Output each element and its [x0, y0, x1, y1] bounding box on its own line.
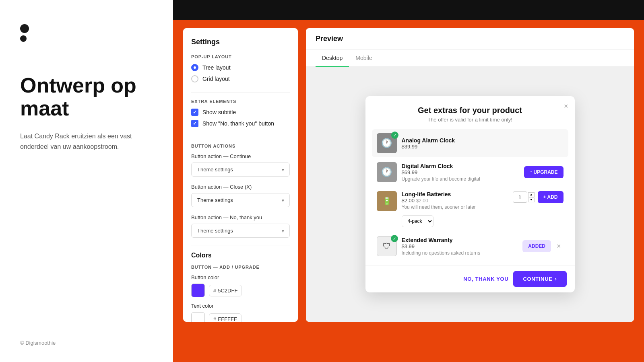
product-price-digital: $69.99	[402, 169, 520, 175]
product-item-digital: 🕐 Digital Alarm Clock $69.99 Upgrade you…	[372, 158, 568, 186]
hero-description: Laat Candy Rack eruitzien als een vast o…	[20, 131, 153, 152]
qty-down-button[interactable]: ▼	[528, 197, 535, 202]
button-color-label: Button color	[191, 274, 290, 280]
checkbox-subtitle-box[interactable]	[191, 109, 198, 116]
product-item-warranty: 🛡 ✓ Extended Warranty $3.99 Including no…	[372, 232, 568, 260]
button-no-select[interactable]: Theme settings	[191, 224, 290, 238]
qty-group: 1 ▲ ▼	[513, 191, 535, 203]
close-icon[interactable]: ×	[564, 103, 568, 110]
button-close-select[interactable]: Theme settings	[191, 193, 290, 207]
product-check-warranty: ✓	[391, 235, 398, 242]
preview-tabs: Desktop Mobile	[306, 50, 634, 67]
divider-2	[191, 137, 290, 137]
checkbox-subtitle-label: Show subtitle	[202, 109, 236, 115]
content-area: Settings POP-UP LAYOUT Tree layout Grid …	[173, 20, 644, 362]
text-color-swatch[interactable]	[191, 312, 205, 322]
tab-mobile[interactable]: Mobile	[349, 50, 378, 67]
product-name-batteries: Long-life Batteries	[402, 191, 508, 197]
button-no-label: Button action — No, thank you	[191, 214, 290, 220]
text-color-hash-symbol: #	[213, 316, 216, 322]
add-button[interactable]: + ADD	[538, 191, 564, 203]
checkbox-no-thanks-box[interactable]	[191, 120, 198, 127]
extra-elements-label: EXTRA ELEMENTS	[191, 99, 290, 104]
product-img-analog: 🕐 ✓	[377, 133, 397, 153]
popup-products: 🕐 ✓ Analog Alarm Clock $39.99 🕐	[365, 129, 575, 260]
product-batteries-row: 🔋 Long-life Batteries $2.00 $2.00 You wi…	[377, 191, 564, 211]
product-name-analog: Analog Alarm Clock	[402, 137, 564, 144]
radio-grid-layout[interactable]: Grid layout	[191, 75, 290, 82]
added-button[interactable]: ADDED	[522, 240, 551, 252]
button-close-label: Button action — Close (X)	[191, 184, 290, 190]
button-actions-label: BUTTON ACTIONS	[191, 144, 290, 148]
colors-title: Colors	[191, 252, 290, 259]
right-panel: Settings POP-UP LAYOUT Tree layout Grid …	[173, 0, 644, 362]
text-color-hex: FFFFFF	[218, 316, 237, 322]
product-img-batteries: 🔋	[377, 191, 397, 211]
button-continue-label: Button action — Continue	[191, 153, 290, 159]
preview-content: Get extras for your product The offer is…	[306, 67, 634, 322]
popup-title: Get extras for your product	[375, 106, 565, 115]
product-actions-warranty: ADDED ×	[522, 240, 563, 252]
remove-icon[interactable]: ×	[554, 241, 564, 251]
product-item-batteries: 🔋 Long-life Batteries $2.00 $2.00 You wi…	[372, 187, 568, 231]
popup-subtitle: The offer is valid for a limit time only…	[375, 117, 565, 123]
layout-radio-group: Tree layout Grid layout	[191, 64, 290, 82]
text-color-label: Text color	[191, 303, 290, 309]
product-info-batteries: Long-life Batteries $2.00 $2.00 You will…	[402, 191, 508, 210]
product-item-analog: 🕐 ✓ Analog Alarm Clock $39.99	[372, 129, 568, 157]
product-info-analog: Analog Alarm Clock $39.99	[402, 137, 564, 150]
no-thanks-button[interactable]: NO, THANK YOU	[463, 276, 508, 282]
button-color-row: # 5C2DFF	[191, 284, 290, 297]
product-desc-warranty: Including no questions asked returns	[402, 250, 518, 256]
preview-header: Preview	[306, 28, 634, 50]
popup-header: Get extras for your product The offer is…	[365, 96, 575, 129]
button-close-select-wrapper: Theme settings ▼	[191, 193, 290, 207]
button-color-hex: 5C2DFF	[218, 288, 237, 294]
radio-tree-layout[interactable]: Tree layout	[191, 64, 290, 71]
product-img-digital: 🕐	[377, 162, 397, 182]
checkbox-no-thanks-label: Show "No, thank you" button	[202, 120, 274, 127]
qty-display: 1	[513, 191, 527, 203]
product-price-warranty: $3.99	[402, 243, 518, 249]
popup-modal: Get extras for your product The offer is…	[365, 96, 575, 292]
qty-up-button[interactable]: ▲	[528, 192, 535, 197]
continue-button[interactable]: CONTINUE ›	[513, 271, 566, 287]
product-desc-digital: Upgrade your life and become digital	[402, 176, 520, 182]
button-no-select-wrapper: Theme settings ▼	[191, 224, 290, 238]
variant-select-wrapper: 4-pack	[377, 213, 564, 227]
product-info-digital: Digital Alarm Clock $69.99 Upgrade your …	[402, 163, 520, 182]
button-color-input[interactable]: # 5C2DFF	[209, 285, 242, 296]
preview-panel: Preview Desktop Mobile Get extras for yo…	[306, 28, 634, 322]
settings-panel: Settings POP-UP LAYOUT Tree layout Grid …	[183, 28, 298, 322]
top-bar	[173, 0, 644, 20]
hero-title: Ontwerp op maat	[20, 74, 153, 120]
variant-select[interactable]: 4-pack	[402, 215, 433, 227]
button-add-upgrade-label: BUTTON — ADD / UPGRADE	[191, 265, 290, 269]
extra-elements-group: Show subtitle Show "No, thank you" butto…	[191, 109, 290, 127]
product-info-warranty: Extended Warranty $3.99 Including no que…	[402, 237, 518, 256]
text-color-row: # FFFFFF	[191, 312, 290, 322]
product-price-analog: $39.99	[402, 144, 564, 150]
logo	[20, 24, 153, 42]
button-continue-select[interactable]: Theme settings	[191, 162, 290, 177]
text-color-input[interactable]: # FFFFFF	[209, 313, 242, 322]
product-actions-batteries: 1 ▲ ▼ + ADD	[513, 191, 564, 203]
popup-layout-label: POP-UP LAYOUT	[191, 54, 290, 59]
copyright: © Digismoothie	[20, 340, 56, 346]
logo-dot-large	[20, 24, 29, 33]
radio-tree-circle[interactable]	[191, 64, 198, 71]
button-color-swatch[interactable]	[191, 284, 205, 297]
upgrade-button[interactable]: ↑ UPGRADE	[524, 166, 563, 178]
radio-grid-label: Grid layout	[202, 76, 230, 82]
radio-grid-circle[interactable]	[191, 75, 198, 82]
divider-3	[191, 245, 290, 245]
checkbox-subtitle[interactable]: Show subtitle	[191, 109, 290, 116]
tab-desktop[interactable]: Desktop	[316, 50, 349, 67]
price-original-batteries: $2.00	[416, 198, 428, 204]
product-actions-digital: ↑ UPGRADE	[524, 166, 563, 178]
checkbox-no-thanks[interactable]: Show "No, thank you" button	[191, 120, 290, 127]
left-panel: Ontwerp op maat Laat Candy Rack eruitzie…	[0, 0, 173, 362]
product-price-batteries: $2.00 $2.00	[402, 197, 508, 204]
qty-stepper: ▲ ▼	[528, 192, 535, 202]
radio-tree-label: Tree layout	[202, 64, 231, 71]
